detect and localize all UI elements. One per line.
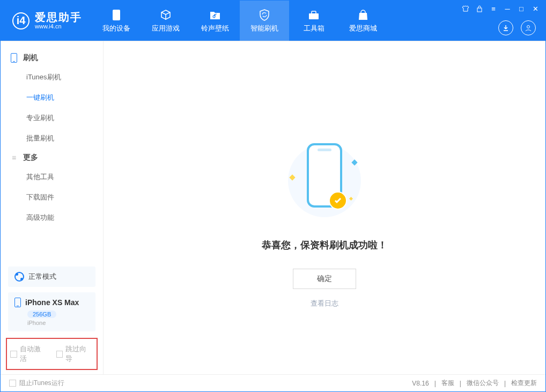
device-panel[interactable]: iPhone XS Max 256GB iPhone <box>8 292 95 331</box>
checkbox-icon <box>56 351 63 358</box>
flash-result: 恭喜您，保资料刷机成功啦！ 确定 查看日志 <box>104 138 545 308</box>
app-logo: i4 爱思助手 www.i4.cn <box>1 11 92 29</box>
mode-label: 正常模式 <box>28 272 56 282</box>
tab-apps-games[interactable]: 应用游戏 <box>141 1 190 41</box>
ok-button[interactable]: 确定 <box>293 269 356 289</box>
shirt-icon[interactable] <box>461 4 470 13</box>
sidebar-item-download-firmware[interactable]: 下载固件 <box>1 187 103 208</box>
tab-store[interactable]: 爱思商城 <box>338 1 388 41</box>
mode-panel[interactable]: 正常模式 <box>8 267 95 287</box>
skip-guide-checkbox[interactable]: 跳过向导 <box>56 344 94 364</box>
music-folder-icon <box>209 9 222 21</box>
view-log-link[interactable]: 查看日志 <box>311 299 338 308</box>
svg-rect-2 <box>312 11 316 14</box>
window-controls: ≡ ─ □ ✕ <box>461 4 540 13</box>
svg-rect-0 <box>113 10 120 20</box>
check-update-link[interactable]: 检查更新 <box>511 379 537 388</box>
app-subtitle: www.i4.cn <box>35 23 82 29</box>
shield-refresh-icon <box>258 9 271 21</box>
tab-smart-flash[interactable]: 智能刷机 <box>240 1 289 41</box>
block-itunes-checkbox[interactable]: 阻止iTunes运行 <box>9 379 64 388</box>
sidebar-item-oneclick-flash[interactable]: 一键刷机 <box>1 87 103 108</box>
success-message: 恭喜您，保资料刷机成功啦！ <box>262 239 387 252</box>
tab-ringtone-wallpaper[interactable]: 铃声壁纸 <box>190 1 240 41</box>
device-name: iPhone XS Max <box>25 298 79 307</box>
checkbox-icon <box>9 380 16 387</box>
main-panel: 恭喜您，保资料刷机成功啦！ 确定 查看日志 <box>104 41 545 374</box>
lock-icon[interactable] <box>475 4 484 13</box>
tab-toolbox[interactable]: 工具箱 <box>289 1 338 41</box>
mode-icon <box>14 272 24 282</box>
auto-activate-checkbox[interactable]: 自动激活 <box>10 344 48 364</box>
wechat-link[interactable]: 微信公众号 <box>467 379 499 388</box>
sidebar-item-itunes-flash[interactable]: iTunes刷机 <box>1 67 103 87</box>
flash-options-highlight: 自动激活 跳过向导 <box>6 338 98 370</box>
account-button[interactable] <box>521 20 536 35</box>
bag-icon <box>357 9 370 21</box>
device-phone-icon <box>14 298 21 307</box>
header-right-buttons <box>498 20 536 35</box>
main-tabs: 我的设备 应用游戏 铃声壁纸 智能刷机 工具箱 爱思商城 <box>92 1 388 41</box>
success-illustration <box>282 138 367 224</box>
sidebar-group-flash: 刷机 <box>1 49 103 67</box>
tab-my-device[interactable]: 我的设备 <box>92 1 141 41</box>
device-icon <box>10 54 18 62</box>
sidebar-group-more: ≡ 更多 <box>1 149 103 167</box>
sidebar-item-other-tools[interactable]: 其他工具 <box>1 167 103 187</box>
svg-point-4 <box>527 26 530 28</box>
minimize-button[interactable]: ─ <box>503 4 512 13</box>
content-area: 刷机 iTunes刷机 一键刷机 专业刷机 批量刷机 ≡ 更多 其他工具 下载固… <box>1 41 545 374</box>
device-subtype: iPhone <box>27 320 89 326</box>
svg-rect-3 <box>477 8 482 12</box>
download-button[interactable] <box>498 20 513 35</box>
version-label: V8.16 <box>412 380 429 387</box>
toolbox-icon <box>307 9 320 21</box>
support-link[interactable]: 客服 <box>441 379 454 388</box>
app-header: i4 爱思助手 www.i4.cn 我的设备 应用游戏 铃声壁纸 智能刷机 工具… <box>1 1 545 41</box>
sidebar-item-batch-flash[interactable]: 批量刷机 <box>1 128 103 149</box>
maximize-button[interactable]: □ <box>517 4 526 13</box>
logo-icon: i4 <box>12 12 29 29</box>
sidebar-item-pro-flash[interactable]: 专业刷机 <box>1 108 103 128</box>
status-bar: 阻止iTunes运行 V8.16 | 客服 | 微信公众号 | 检查更新 <box>1 374 545 391</box>
phone-icon <box>110 9 123 21</box>
sidebar: 刷机 iTunes刷机 一键刷机 专业刷机 批量刷机 ≡ 更多 其他工具 下载固… <box>1 41 104 374</box>
cube-icon <box>159 9 172 21</box>
close-button[interactable]: ✕ <box>530 4 540 13</box>
list-icon: ≡ <box>10 154 18 161</box>
sidebar-item-advanced[interactable]: 高级功能 <box>1 208 103 228</box>
menu-icon[interactable]: ≡ <box>489 4 498 13</box>
device-capacity: 256GB <box>27 310 56 318</box>
app-title: 爱思助手 <box>35 11 82 23</box>
checkbox-icon <box>10 351 17 358</box>
check-badge-icon <box>329 191 347 210</box>
